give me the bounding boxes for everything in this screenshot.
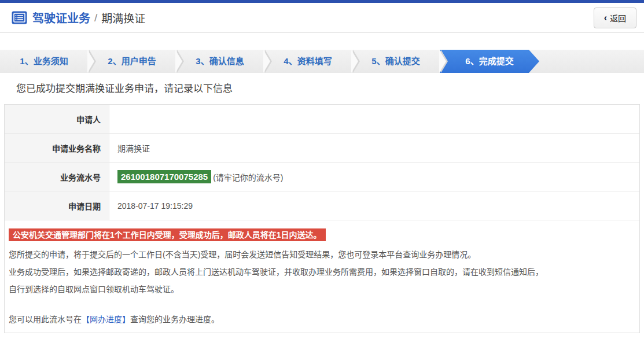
progress-query-line: 您可以用此流水号在【网办进度】查询您的业务办理进度。 bbox=[9, 313, 639, 326]
row-value: 261001807170075285 (请牢记你的流水号) bbox=[109, 163, 639, 191]
table-row-apply-date: 申请日期 2018-07-17 19:15:29 bbox=[5, 191, 639, 220]
processing-alert-banner: 公安机关交通管理部门将在1个工作日内受理，受理成功后，邮政人员将在1日内送达。 bbox=[9, 228, 326, 241]
note-line: 您所提交的申请，将于提交后的一个工作日(不含当天)受理，届时会发送短信告知受理结… bbox=[9, 246, 628, 263]
step-progress-bar: 1、业务须知 2、用户申告 3、确认信息 4、资料填写 5、确认提交 6、完成提… bbox=[0, 50, 644, 73]
step-confirm-info: 3、确认信息 bbox=[176, 50, 264, 73]
row-label: 业务流水号 bbox=[5, 163, 109, 191]
online-progress-link[interactable]: 【网办进度】 bbox=[82, 315, 130, 324]
breadcrumb-separator: / bbox=[94, 12, 97, 24]
table-row-business-name: 申请业务名称 期满换证 bbox=[5, 134, 639, 163]
success-message: 您已成功提交期满换证业务申请，请记录以下信息 bbox=[16, 82, 644, 96]
progress-suffix: 查询您的业务办理进度。 bbox=[130, 315, 219, 324]
result-panel: 申请人 申请业务名称 期满换证 业务流水号 261001807170075285… bbox=[4, 104, 640, 333]
main-content: 您已成功提交期满换证业务申请，请记录以下信息 申请人 申请业务名称 期满换证 业… bbox=[0, 82, 644, 333]
list-icon bbox=[12, 11, 27, 24]
note-line: 自行到选择的自取网点窗口领取机动车驾驶证。 bbox=[9, 281, 628, 298]
back-chevron-icon: ‹ bbox=[604, 13, 607, 23]
page-subtitle: 期满换证 bbox=[101, 10, 145, 25]
page-header: 驾驶证业务 / 期满换证 ‹ 返回 bbox=[0, 3, 644, 33]
serial-number-note: (请牢记你的流水号) bbox=[213, 171, 283, 183]
row-value bbox=[109, 105, 639, 133]
step-confirm-submit: 5、确认提交 bbox=[352, 50, 440, 73]
step-business-notice: 1、业务须知 bbox=[0, 50, 88, 73]
back-button[interactable]: ‹ 返回 bbox=[594, 8, 636, 28]
step-complete-submit: 6、完成提交 bbox=[440, 50, 539, 73]
table-row-applicant: 申请人 bbox=[5, 105, 639, 134]
row-label: 申请人 bbox=[5, 105, 109, 133]
row-value: 期满换证 bbox=[109, 134, 639, 162]
notes-block: 您所提交的申请，将于提交后的一个工作日(不含当天)受理，届时会发送短信告知受理结… bbox=[5, 242, 639, 298]
page-title: 驾驶证业务 bbox=[32, 9, 90, 26]
note-line: 业务成功受理后，如果选择邮政寄递的，邮政人员将上门送达机动车驾驶证，并收取办理业… bbox=[9, 263, 628, 281]
progress-prefix: 您可以用此流水号在 bbox=[9, 315, 82, 324]
row-label: 申请业务名称 bbox=[5, 134, 109, 162]
back-button-label: 返回 bbox=[610, 12, 626, 24]
table-row-serial-number: 业务流水号 261001807170075285 (请牢记你的流水号) bbox=[5, 163, 639, 191]
breadcrumb: 驾驶证业务 / 期满换证 bbox=[12, 9, 145, 26]
row-label: 申请日期 bbox=[5, 191, 109, 220]
masked-applicant-name bbox=[117, 110, 153, 128]
row-value: 2018-07-17 19:15:29 bbox=[109, 191, 639, 220]
serial-number-badge: 261001807170075285 bbox=[117, 170, 211, 183]
step-fill-materials: 4、资料填写 bbox=[264, 50, 352, 73]
step-user-declaration: 2、用户申告 bbox=[88, 50, 176, 73]
